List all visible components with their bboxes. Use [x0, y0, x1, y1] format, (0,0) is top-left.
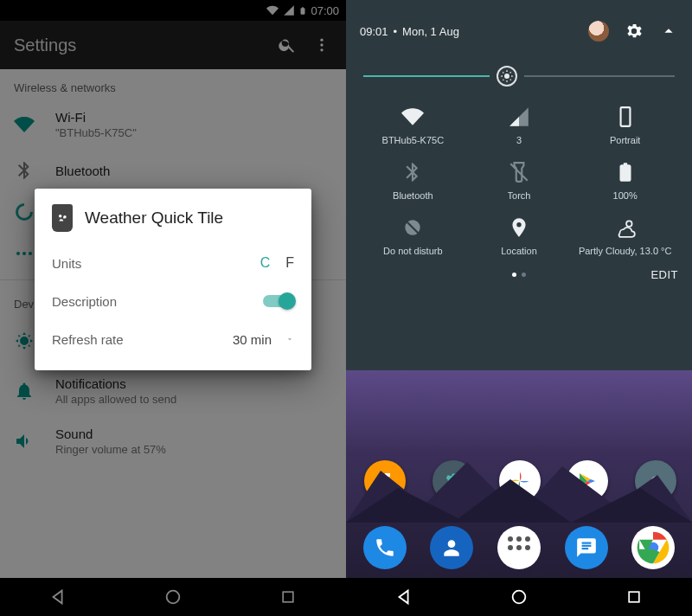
battery-status-icon — [298, 4, 307, 17]
tile-wifi-label: BTHub5-K75C — [382, 135, 445, 145]
search-icon[interactable] — [277, 35, 298, 55]
chevron-down-icon — [285, 335, 294, 343]
svg-point-6 — [59, 215, 62, 218]
units-label: Units — [52, 256, 245, 271]
bluetooth-icon — [401, 161, 424, 183]
brightness-track — [363, 75, 675, 77]
bluetooth-title: Bluetooth — [55, 164, 332, 178]
refresh-row[interactable]: Refresh rate 30 min — [52, 320, 294, 358]
unit-fahrenheit-button[interactable]: F — [285, 255, 294, 271]
cell-status-icon — [283, 4, 295, 16]
dock-chrome[interactable] — [631, 526, 675, 569]
settings-title: Settings — [14, 35, 263, 55]
sound-title: Sound — [55, 427, 332, 441]
tile-cell[interactable]: 3 — [466, 102, 573, 149]
dock-contacts[interactable] — [430, 526, 473, 569]
qs-time: 09:01 — [360, 25, 388, 38]
tile-wifi[interactable]: BTHub5-K75C — [360, 102, 466, 149]
home-button[interactable] — [161, 585, 185, 609]
dock-messages[interactable] — [565, 526, 608, 569]
tile-battery[interactable]: 100% — [572, 157, 678, 204]
data-usage-icon — [14, 202, 35, 222]
settings-icon[interactable] — [625, 22, 644, 41]
settings-screen: 07:00 Settings Wireless & networks Wi-Fi… — [0, 0, 346, 616]
notifications-title: Notifications — [55, 376, 332, 391]
qs-header: 09:01 • Mon, 1 Aug — [360, 0, 678, 45]
tile-battery-label: 100% — [613, 190, 638, 201]
description-row: Description — [52, 282, 294, 320]
refresh-value: 30 min — [233, 332, 272, 347]
tile-location-label: Location — [501, 246, 537, 256]
sound-row[interactable]: Sound Ringer volume at 57% — [0, 416, 346, 466]
refresh-label: Refresh rate — [52, 332, 233, 347]
description-toggle[interactable] — [263, 295, 294, 307]
nav-bar-right — [346, 578, 692, 616]
dnd-icon — [401, 216, 424, 239]
dock-all-apps[interactable] — [497, 526, 541, 569]
brightness-fill — [363, 75, 507, 77]
notifications-row[interactable]: Notifications All apps allowed to send — [0, 366, 346, 416]
weather-tile-dialog: Weather Quick Tile Units C F Description… — [35, 189, 311, 370]
home-screen: Play Music Settings Photos Play Store Ca… — [346, 370, 692, 578]
status-time-left: 07:00 — [311, 4, 339, 17]
bluetooth-icon — [14, 160, 35, 181]
status-bar-left: 07:00 — [0, 0, 346, 21]
quick-settings-panel: 09:01 • Mon, 1 Aug BTHu — [346, 0, 692, 370]
svg-point-1 — [320, 43, 323, 46]
notifications-sub: All apps allowed to send — [55, 393, 332, 406]
wifi-status-icon — [266, 4, 279, 16]
svg-rect-8 — [283, 592, 293, 602]
tile-dnd-label: Do not disturb — [383, 246, 442, 256]
bluetooth-row[interactable]: Bluetooth — [0, 150, 346, 191]
tile-bluetooth[interactable]: Bluetooth — [360, 157, 466, 204]
svg-point-4 — [22, 252, 26, 255]
tile-portrait-label: Portrait — [610, 135, 640, 145]
tile-portrait[interactable]: Portrait — [572, 102, 678, 149]
weather-tile-icon — [52, 204, 73, 232]
wallpaper-mountains — [346, 445, 692, 523]
svg-point-2 — [320, 48, 323, 51]
weather-icon — [614, 216, 637, 239]
collapse-icon[interactable] — [659, 22, 678, 41]
dialog-title: Weather Quick Tile — [85, 209, 223, 228]
wifi-title: Wi-Fi — [55, 110, 332, 125]
qs-footer: EDIT — [360, 260, 678, 289]
wifi-sub: "BTHub5-K75C" — [55, 126, 332, 139]
recents-button[interactable] — [276, 585, 300, 609]
wifi-row[interactable]: Wi-Fi "BTHub5-K75C" — [0, 99, 346, 150]
edit-button[interactable]: EDIT — [650, 268, 678, 281]
home-button[interactable] — [507, 585, 531, 609]
location-icon — [508, 216, 530, 239]
unit-celsius-button[interactable]: C — [260, 255, 271, 271]
nav-bar-left — [0, 578, 346, 616]
tile-bt-label: Bluetooth — [393, 190, 432, 201]
tile-cell-label: 3 — [516, 135, 522, 145]
sound-sub: Ringer volume at 57% — [55, 443, 332, 456]
tile-location[interactable]: Location — [466, 213, 573, 260]
overflow-menu-icon[interactable] — [311, 35, 332, 55]
brightness-thumb[interactable] — [497, 66, 517, 87]
quick-settings-screen: 09:01 • Mon, 1 Aug BTHu — [346, 0, 692, 616]
brightness-slider[interactable] — [363, 66, 675, 87]
svg-point-0 — [320, 39, 323, 42]
svg-point-11 — [626, 221, 632, 226]
recents-button[interactable] — [622, 585, 646, 609]
back-button[interactable] — [392, 585, 416, 609]
tile-torch[interactable]: Torch — [466, 157, 573, 204]
qs-date: Mon, 1 Aug — [402, 25, 459, 38]
battery-icon — [614, 161, 637, 183]
dock-phone[interactable] — [363, 526, 407, 569]
description-label: Description — [52, 294, 263, 309]
user-avatar[interactable] — [588, 21, 609, 42]
torch-icon — [508, 161, 530, 183]
volume-icon — [14, 431, 35, 452]
tile-weather[interactable]: Partly Cloudy, 13.0 °C — [572, 213, 678, 260]
units-row: Units C F — [52, 244, 294, 282]
tile-dnd[interactable]: Do not disturb — [360, 213, 466, 260]
svg-rect-16 — [629, 592, 639, 602]
tile-weather-label: Partly Cloudy, 13.0 °C — [579, 246, 672, 256]
svg-point-7 — [167, 591, 180, 604]
more-horiz-icon — [14, 243, 35, 264]
back-button[interactable] — [46, 585, 70, 609]
tile-torch-label: Torch — [508, 190, 531, 201]
